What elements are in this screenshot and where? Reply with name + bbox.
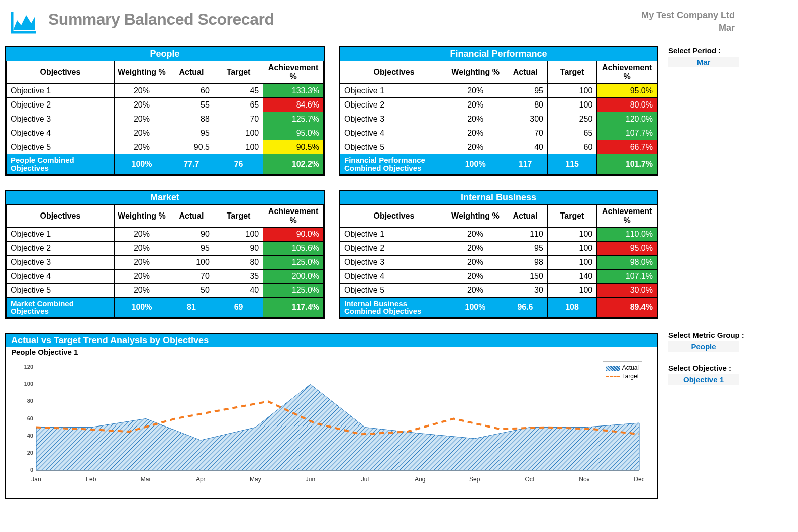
table-row: Objective 3 20% 98 100 98.0% bbox=[340, 255, 657, 269]
table-total-row: Market Combined Objectives 100% 81 69 11… bbox=[7, 297, 324, 318]
table-row: Objective 1 20% 60 45 133.3% bbox=[7, 84, 324, 98]
cell-actual: 88 bbox=[169, 112, 214, 126]
cell-objective: Objective 5 bbox=[7, 140, 115, 154]
svg-text:Jun: Jun bbox=[306, 476, 315, 483]
cell-target: 65 bbox=[214, 98, 263, 112]
cell-actual: 95 bbox=[503, 84, 548, 98]
col-actual: Actual bbox=[503, 204, 548, 227]
header: Summary Balanced Scorecard My Test Compa… bbox=[5, 5, 798, 46]
card-title: Financial Performance bbox=[340, 47, 657, 61]
card-title: Internal Business bbox=[340, 191, 657, 204]
cell-total-weighting: 100% bbox=[114, 154, 169, 175]
select-objective-dropdown[interactable]: Objective 1 bbox=[668, 374, 739, 385]
cell-target: 40 bbox=[214, 283, 263, 297]
cell-weighting: 20% bbox=[448, 140, 503, 154]
cell-objective: Objective 4 bbox=[340, 269, 448, 283]
cell-target: 65 bbox=[548, 126, 597, 140]
cell-objective: Objective 4 bbox=[340, 126, 448, 140]
cell-target: 100 bbox=[547, 255, 596, 269]
cell-actual: 50 bbox=[169, 283, 214, 297]
cell-target: 100 bbox=[214, 227, 263, 241]
cell-objective: Objective 1 bbox=[340, 227, 448, 241]
chart-legend: Actual Target bbox=[603, 361, 642, 383]
cell-total-label: Internal Business Combined Objectives bbox=[340, 297, 448, 318]
table-row: Objective 1 20% 110 100 110.0% bbox=[340, 227, 657, 241]
scorecard-table: Objectives Weighting % Actual Target Ach… bbox=[6, 61, 324, 175]
company-name: My Test Company Ltd bbox=[641, 10, 735, 20]
cell-total-label: People Combined Objectives bbox=[7, 154, 115, 175]
svg-text:20: 20 bbox=[27, 450, 33, 456]
table-row: Objective 3 20% 100 80 125.0% bbox=[7, 255, 324, 269]
chart-title: Actual vs Target Trend Analysis by Objec… bbox=[6, 334, 657, 347]
cell-total-target: 115 bbox=[548, 154, 597, 175]
cell-objective: Objective 3 bbox=[340, 112, 448, 126]
cell-weighting: 20% bbox=[114, 98, 169, 112]
cell-objective: Objective 5 bbox=[340, 140, 448, 154]
chart-subtitle: People Objective 1 bbox=[6, 347, 657, 357]
cell-objective: Objective 1 bbox=[7, 84, 115, 98]
col-weighting: Weighting % bbox=[114, 61, 169, 84]
cell-weighting: 20% bbox=[114, 227, 169, 241]
cell-achievement: 120.0% bbox=[597, 112, 657, 126]
select-period-dropdown[interactable]: Mar bbox=[668, 57, 739, 67]
col-target: Target bbox=[214, 61, 263, 84]
card-financial: Financial Performance Objectives Weighti… bbox=[339, 46, 658, 176]
cell-objective: Objective 5 bbox=[7, 283, 115, 297]
card-title: People bbox=[6, 47, 324, 61]
cell-total-weighting: 100% bbox=[448, 154, 503, 175]
cell-actual: 30 bbox=[503, 283, 548, 297]
cell-objective: Objective 3 bbox=[340, 255, 448, 269]
cell-achievement: 125.7% bbox=[263, 112, 324, 126]
svg-text:0: 0 bbox=[30, 467, 33, 473]
cell-total-weighting: 100% bbox=[114, 297, 169, 318]
col-objectives: Objectives bbox=[340, 61, 448, 84]
table-total-row: People Combined Objectives 100% 77.7 76 … bbox=[7, 154, 324, 175]
cell-weighting: 20% bbox=[448, 227, 503, 241]
cell-achievement: 95.0% bbox=[263, 126, 324, 140]
cell-achievement: 107.7% bbox=[597, 126, 657, 140]
svg-text:Dec: Dec bbox=[634, 476, 644, 483]
cell-actual: 110 bbox=[503, 227, 548, 241]
cell-objective: Objective 1 bbox=[340, 84, 448, 98]
col-target: Target bbox=[214, 204, 263, 227]
cell-total-target: 76 bbox=[214, 154, 263, 175]
svg-text:Jan: Jan bbox=[31, 476, 41, 483]
page-title: Summary Balanced Scorecard bbox=[48, 10, 274, 29]
table-total-row: Financial Performance Combined Objective… bbox=[340, 154, 657, 175]
svg-text:Feb: Feb bbox=[86, 476, 96, 483]
col-objectives: Objectives bbox=[340, 204, 448, 227]
cell-actual: 95 bbox=[169, 126, 214, 140]
svg-text:80: 80 bbox=[27, 398, 33, 404]
cell-weighting: 20% bbox=[114, 112, 169, 126]
col-objectives: Objectives bbox=[7, 204, 115, 227]
cell-target: 100 bbox=[547, 241, 596, 255]
col-achievement: Achievement % bbox=[597, 61, 657, 84]
cell-weighting: 20% bbox=[448, 112, 503, 126]
cell-achievement: 95.0% bbox=[597, 84, 657, 98]
col-weighting: Weighting % bbox=[448, 61, 503, 84]
table-row: Objective 4 20% 150 140 107.1% bbox=[340, 269, 657, 283]
select-metric-dropdown[interactable]: People bbox=[668, 341, 739, 352]
cell-weighting: 20% bbox=[114, 126, 169, 140]
cell-objective: Objective 2 bbox=[340, 241, 448, 255]
table-row: Objective 4 20% 70 65 107.7% bbox=[340, 126, 657, 140]
table-row: Objective 1 20% 95 100 95.0% bbox=[340, 84, 657, 98]
cell-achievement: 84.6% bbox=[263, 98, 324, 112]
sidebar: Select Period : Mar Select Metric Group … bbox=[668, 46, 779, 397]
cell-total-actual: 81 bbox=[169, 297, 214, 318]
cell-target: 100 bbox=[214, 126, 263, 140]
cell-target: 45 bbox=[214, 84, 263, 98]
cell-weighting: 20% bbox=[114, 269, 169, 283]
svg-text:Jul: Jul bbox=[361, 476, 369, 483]
svg-text:Oct: Oct bbox=[525, 476, 534, 483]
cell-target: 100 bbox=[548, 84, 597, 98]
svg-text:40: 40 bbox=[27, 433, 33, 439]
col-target: Target bbox=[548, 61, 597, 84]
col-target: Target bbox=[547, 204, 596, 227]
table-row: Objective 3 20% 300 250 120.0% bbox=[340, 112, 657, 126]
table-row: Objective 2 20% 80 100 80.0% bbox=[340, 98, 657, 112]
cell-actual: 300 bbox=[503, 112, 548, 126]
svg-text:Aug: Aug bbox=[415, 476, 425, 483]
cell-total-label: Market Combined Objectives bbox=[7, 297, 115, 318]
svg-text:Mar: Mar bbox=[141, 476, 151, 483]
